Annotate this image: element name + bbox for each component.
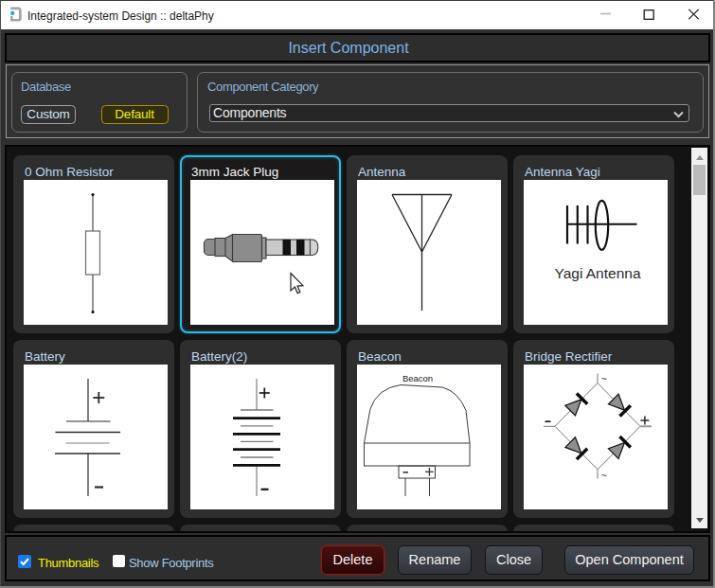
svg-text:Yagi Antenna: Yagi Antenna bbox=[554, 265, 640, 281]
svg-text:~: ~ bbox=[601, 470, 607, 481]
svg-text:Beacon: Beacon bbox=[402, 373, 433, 383]
svg-text:~: ~ bbox=[601, 373, 607, 384]
